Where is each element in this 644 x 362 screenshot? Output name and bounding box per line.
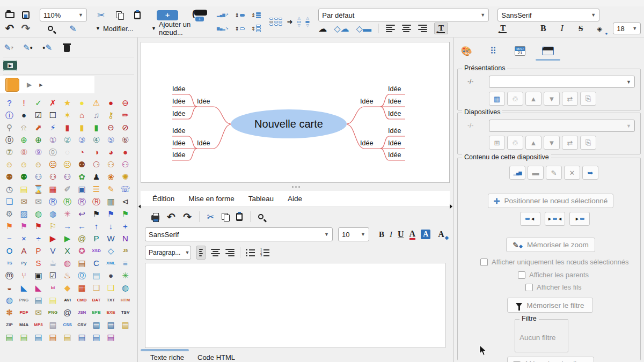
- grid-icon[interactable]: XSD: [89, 245, 104, 257]
- grid-icon[interactable]: ⚑: [31, 220, 46, 232]
- print-icon[interactable]: [151, 213, 159, 220]
- mindmap-canvas[interactable]: Nouvelle carte IdéeIdéeIdéeIdéeIdéeIdéeI…: [141, 42, 450, 183]
- grid-icon[interactable]: ●: [104, 97, 118, 109]
- grid-icon[interactable]: MP3: [31, 319, 46, 331]
- grid-icon[interactable]: ★: [60, 97, 75, 109]
- grid-icon[interactable]: V: [46, 245, 60, 257]
- grid-icon[interactable]: ▥: [104, 195, 118, 208]
- grid-icon[interactable]: ◌: [60, 146, 75, 158]
- tab-palette-icon[interactable]: 🎨◔: [458, 44, 474, 58]
- grid-icon[interactable]: ✽: [2, 306, 17, 319]
- grid-icon[interactable]: ⚇: [118, 158, 133, 171]
- center-node-button[interactable]: ►◄: [545, 212, 565, 226]
- grid-icon[interactable]: ⑦: [2, 146, 17, 158]
- grid-icon[interactable]: @: [60, 306, 75, 319]
- position-node-button[interactable]: ✛ Positionner le nœud sélectionné: [488, 194, 613, 208]
- pen-question-icon[interactable]: ✎?: [3, 42, 14, 54]
- grid-icon[interactable]: ▤: [118, 319, 133, 331]
- style-select[interactable]: Par défaut▼: [318, 9, 489, 21]
- grid-icon[interactable]: ⚉: [2, 171, 17, 183]
- grid-icon[interactable]: PDF: [17, 306, 31, 319]
- grid-icon[interactable]: ①: [46, 134, 60, 146]
- move-node-left-button[interactable]: ◄: [520, 212, 540, 226]
- grid-icon[interactable]: ▤: [46, 319, 60, 331]
- grid-icon[interactable]: ÷: [31, 232, 46, 245]
- grid-icon[interactable]: ⓘ: [2, 109, 17, 121]
- idea-node-label[interactable]: Idée: [172, 85, 194, 93]
- grid-icon[interactable]: ⚷: [104, 109, 118, 121]
- grid-icon[interactable]: ☑: [46, 269, 60, 282]
- grid-icon[interactable]: ▤: [104, 319, 118, 331]
- idea-node-label[interactable]: Idée: [360, 139, 382, 147]
- grid-icon[interactable]: ⚑: [104, 208, 118, 220]
- swap-button[interactable]: ⇄: [562, 92, 578, 106]
- grid-icon[interactable]: ×: [17, 232, 31, 245]
- node-button[interactable]: ▬: [528, 166, 544, 180]
- grid-icon[interactable]: ⍾: [17, 121, 31, 134]
- grid-icon[interactable]: CSS: [60, 319, 75, 331]
- tab-format-icon[interactable]: ⠿: [485, 44, 501, 58]
- tab-presentation-icon[interactable]: [540, 44, 556, 58]
- grid-icon[interactable]: ⑂: [17, 269, 31, 282]
- grid-icon[interactable]: ↑: [89, 220, 104, 232]
- grid-icon[interactable]: ☕: [46, 257, 60, 269]
- grid-icon[interactable]: ◣: [31, 282, 46, 294]
- grid-icon[interactable]: ←: [75, 220, 89, 232]
- grid-icon[interactable]: ◍: [2, 294, 17, 306]
- grid-icon[interactable]: ⚑: [118, 208, 133, 220]
- grid-icon[interactable]: ◔: [75, 146, 89, 158]
- diamond-column-icon[interactable]: △▽: [297, 16, 301, 28]
- grid-icon[interactable]: ▤: [46, 331, 60, 343]
- grid-icon[interactable]: X: [60, 245, 75, 257]
- edit-pen-icon[interactable]: ✎: [68, 23, 78, 34]
- grid-icon[interactable]: Ⓡ: [89, 195, 104, 208]
- grid-icon[interactable]: ☏: [118, 183, 133, 195]
- grid-icon[interactable]: ⚇: [46, 171, 60, 183]
- vertical-distribute-alt-icon[interactable]: ⇕: [251, 25, 261, 32]
- align-center-icon[interactable]: [211, 249, 220, 256]
- grid-icon[interactable]: JSN: [75, 306, 89, 319]
- grid-icon[interactable]: J5: [118, 245, 133, 257]
- grid-icon[interactable]: C: [89, 257, 104, 269]
- align-center-icon[interactable]: [402, 25, 411, 32]
- move-down-button[interactable]: ▼: [544, 92, 560, 106]
- tab-calendar-icon[interactable]: MAR21: [512, 44, 528, 58]
- video-icon[interactable]: ▶: [3, 60, 17, 71]
- cloud-shape-icon[interactable]: ◇▬: [356, 24, 371, 34]
- grid-icon[interactable]: BAT: [89, 294, 104, 306]
- grid-icon[interactable]: W: [104, 232, 118, 245]
- grid-icon[interactable]: ✶: [60, 109, 75, 121]
- grid-icon[interactable]: A: [17, 245, 31, 257]
- grid-icon[interactable]: ▤: [104, 331, 118, 343]
- grid-icon[interactable]: ❏: [2, 195, 17, 208]
- grid-icon[interactable]: Ⓡ: [60, 195, 75, 208]
- idea-node-label[interactable]: Idée: [172, 110, 194, 117]
- grid-icon[interactable]: TS: [2, 257, 17, 269]
- italic-icon[interactable]: I: [390, 230, 392, 239]
- grid-icon[interactable]: ⚇: [104, 158, 118, 171]
- grid-icon[interactable]: ▨: [17, 208, 31, 220]
- grid-icon[interactable]: @: [75, 232, 89, 245]
- save-folding-button[interactable]: Mémoriser le pliage: [507, 357, 594, 362]
- add-child-node-button[interactable]: ＋: [157, 10, 178, 20]
- vertical-space-decrease-icon[interactable]: ⇕: [235, 12, 245, 18]
- grid-icon[interactable]: ▤: [46, 294, 60, 306]
- grid-icon[interactable]: PNG: [17, 294, 31, 306]
- grid-icon[interactable]: →: [60, 220, 75, 232]
- grid-icon[interactable]: ⓪: [46, 146, 60, 158]
- grid-icon[interactable]: P: [89, 232, 104, 245]
- grid-icon[interactable]: ☑: [31, 109, 46, 121]
- paste-icon[interactable]: [236, 213, 243, 221]
- copy-icon[interactable]: [114, 9, 125, 21]
- grid-icon[interactable]: ④: [89, 134, 104, 146]
- grid-icon[interactable]: ▤: [60, 331, 75, 343]
- bold-icon[interactable]: B: [538, 23, 548, 34]
- clear-format-icon[interactable]: A: [438, 230, 444, 239]
- grid-icon[interactable]: ↓: [104, 220, 118, 232]
- font-size-select[interactable]: 18▼: [613, 23, 641, 34]
- search-icon[interactable]: [258, 214, 264, 219]
- idea-node-label[interactable]: Idée: [388, 85, 409, 93]
- grid-icon[interactable]: M4A: [17, 319, 31, 331]
- trash-icon[interactable]: [61, 42, 72, 54]
- show-selected-only-checkbox[interactable]: [480, 258, 488, 266]
